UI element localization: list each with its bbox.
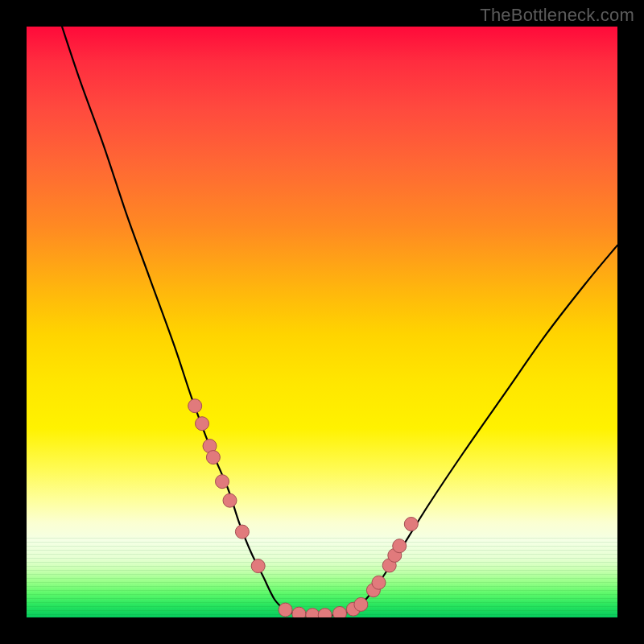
highlighted-dots-group [188,399,419,617]
curve-layer [27,27,617,617]
data-dot [235,525,249,539]
data-dot [206,451,220,464]
plot-frame [27,27,617,617]
data-dot [393,539,407,553]
data-dot [333,606,347,617]
data-dot [354,597,368,611]
data-dot [223,493,237,507]
data-dot [188,399,202,413]
data-dot [251,559,265,573]
data-dot [404,518,418,531]
data-dot [306,609,320,617]
data-dot [279,603,292,617]
curve-left-branch [62,27,287,612]
data-dot [216,475,229,489]
data-dot [292,607,306,617]
data-dot [318,609,332,617]
watermark-text: TheBottleneck.com [480,5,634,26]
chart-stage: TheBottleneck.com [0,0,644,644]
data-dot [196,417,209,431]
plot-area [27,27,617,617]
data-dot [372,576,386,589]
